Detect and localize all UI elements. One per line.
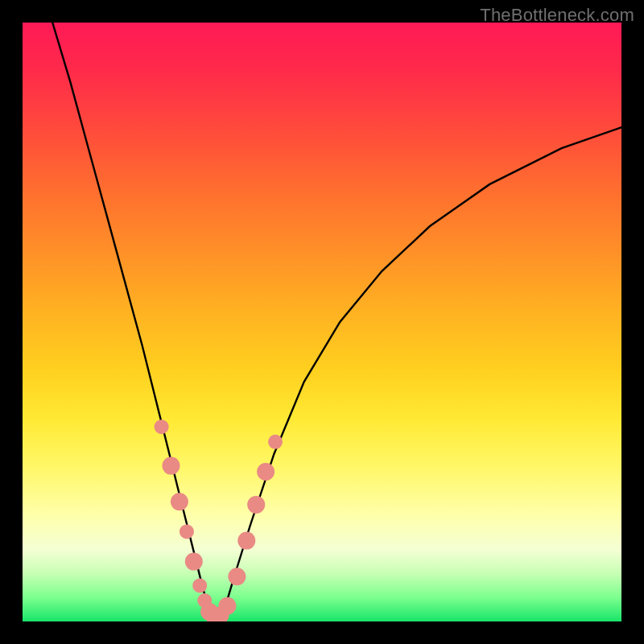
curve-markers: [155, 419, 283, 621]
curve-marker: [237, 532, 255, 550]
curve-marker: [268, 435, 283, 449]
curve-marker: [163, 457, 180, 475]
curve-marker: [247, 496, 265, 514]
curve-marker: [171, 493, 188, 510]
curve-marker: [218, 597, 236, 615]
curve-marker: [228, 568, 246, 585]
curve-marker: [185, 553, 203, 571]
curve-marker: [257, 463, 275, 481]
curve-marker: [155, 419, 169, 434]
bottleneck-curve: [52, 23, 621, 618]
chart-frame: TheBottleneck.com: [0, 0, 644, 644]
curve-marker: [192, 578, 207, 592]
curve-layer: [23, 23, 621, 621]
curve-marker: [180, 524, 194, 539]
plot-area: [23, 23, 621, 621]
